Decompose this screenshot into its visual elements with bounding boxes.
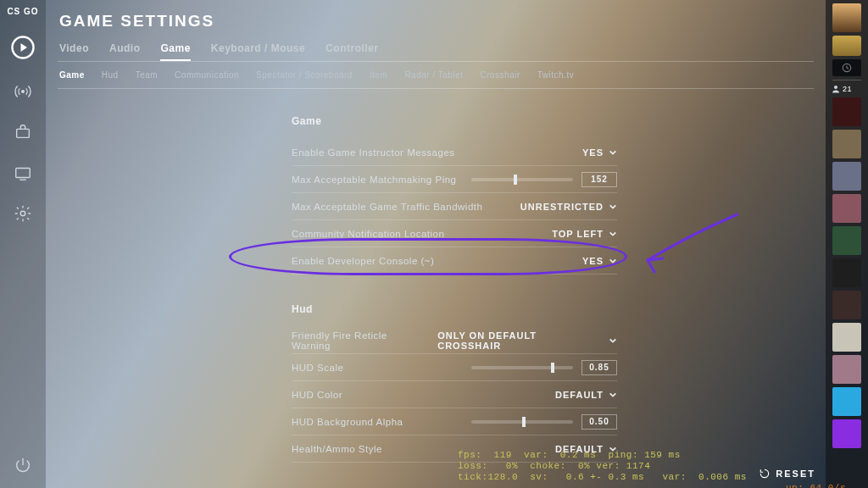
row-label: Friendly Fire Reticle Warning — [292, 330, 429, 351]
subtab-hud[interactable]: Hud — [102, 70, 119, 80]
svg-point-4 — [20, 211, 25, 216]
clock-icon[interactable] — [832, 59, 861, 76]
svg-point-1 — [22, 91, 25, 93]
chevron-down-icon — [609, 202, 617, 211]
row-value[interactable]: UNRESTRICTED — [520, 202, 617, 212]
row-label: Enable Developer Console (~) — [292, 256, 574, 266]
svg-rect-3 — [16, 169, 31, 178]
row-value[interactable]: DEFAULT — [555, 444, 617, 454]
row-value[interactable]: ONLY ON DEFAULT CROSSHAIR — [437, 330, 617, 351]
settings-icon[interactable] — [14, 204, 32, 226]
svg-point-6 — [834, 86, 837, 89]
friend-avatar[interactable] — [832, 323, 861, 352]
row-value[interactable]: YES — [582, 256, 617, 266]
row-hud-color[interactable]: HUD Color DEFAULT — [292, 381, 617, 408]
reset-button[interactable]: RESET — [759, 468, 815, 480]
row-ffire[interactable]: Friendly Fire Reticle Warning ONLY ON DE… — [292, 327, 617, 354]
subtab-twitch[interactable]: Twitch.tv — [537, 70, 574, 80]
row-developer-console[interactable]: Enable Developer Console (~) YES — [292, 247, 617, 274]
subtab-game[interactable]: Game — [59, 70, 85, 80]
value-text: ONLY ON DEFAULT CROSSHAIR — [437, 330, 604, 351]
friend-avatar[interactable] — [832, 291, 861, 319]
subtab-spectator[interactable]: Spectator / Scoreboard — [256, 70, 353, 80]
row-value[interactable]: DEFAULT — [555, 390, 617, 400]
tab-game[interactable]: Game — [160, 42, 190, 61]
row-value[interactable]: YES — [582, 147, 617, 158]
chevron-down-icon — [609, 391, 617, 399]
row-value[interactable]: TOP LEFT — [552, 229, 617, 239]
friend-avatar[interactable] — [832, 387, 861, 416]
value-text: UNRESTRICTED — [520, 202, 604, 212]
settings-panel: Game Enable Game Instructor Messages YES… — [292, 110, 617, 488]
left-nav-rail: CS GO — [0, 0, 46, 488]
friend-avatar[interactable] — [832, 130, 861, 158]
section-head-game: Game — [292, 110, 617, 139]
friend-avatar[interactable] — [832, 355, 861, 384]
friends-count-value: 21 — [843, 85, 852, 93]
subtab-item[interactable]: Item — [370, 70, 387, 80]
hud-alpha-value-box[interactable]: 0.50 — [581, 414, 617, 430]
inventory-icon[interactable] — [14, 123, 32, 145]
tab-controller[interactable]: Controller — [326, 42, 378, 61]
row-instructor[interactable]: Enable Game Instructor Messages YES — [292, 139, 617, 166]
tab-audio[interactable]: Audio — [109, 42, 141, 61]
row-label: Health/Ammo Style — [292, 444, 547, 454]
secondary-tabs: Game Hud Team Communication Spectator / … — [58, 62, 814, 88]
subtabs-divider — [58, 88, 814, 89]
divider — [832, 80, 861, 80]
friend-avatar[interactable] — [832, 97, 861, 126]
subtab-team[interactable]: Team — [136, 70, 158, 80]
page-title: GAME SETTINGS — [58, 0, 814, 37]
value-text: DEFAULT — [555, 390, 604, 400]
row-hud-alpha[interactable]: HUD Background Alpha 0.50 — [292, 408, 617, 435]
row-label: Max Acceptable Game Traffic Bandwidth — [292, 202, 512, 212]
hud-scale-slider[interactable] — [471, 366, 573, 369]
subtab-radar[interactable]: Radar / Tablet — [404, 70, 463, 80]
row-label: HUD Background Alpha — [292, 417, 463, 427]
row-label: Enable Game Instructor Messages — [292, 147, 574, 158]
friends-rail: 21 — [826, 0, 868, 488]
value-text: DEFAULT — [555, 444, 604, 454]
chevron-down-icon — [609, 230, 617, 238]
watch-icon[interactable] — [14, 164, 32, 186]
tab-video[interactable]: Video — [59, 42, 89, 61]
svg-rect-2 — [17, 129, 30, 137]
value-text: YES — [582, 256, 604, 266]
value-text: YES — [582, 147, 604, 158]
game-logo: CS GO — [7, 7, 38, 16]
ping-slider[interactable] — [471, 178, 573, 181]
row-notification-location[interactable]: Community Notification Location TOP LEFT — [292, 220, 617, 247]
section-head-hud: Hud — [292, 298, 617, 327]
chevron-down-icon — [609, 445, 617, 453]
settings-main: GAME SETTINGS Video Audio Game Keyboard … — [46, 0, 826, 488]
row-hud-scale[interactable]: HUD Scale 0.85 — [292, 354, 617, 381]
rank-badge[interactable] — [832, 36, 861, 56]
row-label: Max Acceptable Matchmaking Ping — [292, 175, 463, 185]
power-icon[interactable] — [14, 456, 32, 478]
subtab-crosshair[interactable]: Crosshair — [480, 70, 520, 80]
row-label: HUD Color — [292, 390, 547, 400]
chevron-down-icon — [609, 148, 617, 157]
row-ping[interactable]: Max Acceptable Matchmaking Ping 152 — [292, 166, 617, 193]
row-label: HUD Scale — [292, 363, 463, 373]
friends-count[interactable]: 21 — [831, 84, 852, 94]
row-health-ammo[interactable]: Health/Ammo Style DEFAULT — [292, 435, 617, 463]
value-text: TOP LEFT — [552, 229, 604, 239]
play-button[interactable] — [10, 35, 36, 64]
hud-alpha-slider[interactable] — [471, 420, 573, 424]
friend-avatar[interactable] — [832, 258, 861, 287]
primary-tabs: Video Audio Game Keyboard / Mouse Contro… — [58, 37, 814, 61]
subtab-communication[interactable]: Communication — [175, 70, 239, 80]
tab-keyboard-mouse[interactable]: Keyboard / Mouse — [211, 42, 305, 61]
avatar[interactable] — [832, 3, 861, 32]
row-bandwidth[interactable]: Max Acceptable Game Traffic Bandwidth UN… — [292, 193, 617, 220]
friend-avatar[interactable] — [832, 162, 861, 191]
chevron-down-icon — [609, 257, 617, 265]
friend-avatar[interactable] — [832, 226, 861, 255]
friend-avatar[interactable] — [832, 419, 861, 448]
hud-scale-value-box[interactable]: 0.85 — [581, 360, 617, 375]
broadcast-icon[interactable] — [14, 82, 32, 104]
ping-value-box[interactable]: 152 — [581, 172, 617, 187]
friend-avatar[interactable] — [832, 194, 861, 223]
chevron-down-icon — [609, 336, 617, 345]
